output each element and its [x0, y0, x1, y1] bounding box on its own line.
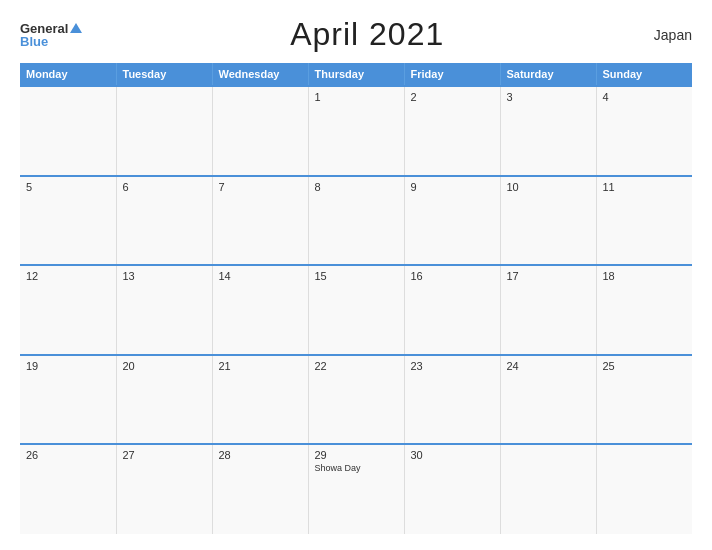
day-number: 23: [411, 360, 494, 372]
day-number: 8: [315, 181, 398, 193]
day-cell: 30: [404, 444, 500, 534]
table-row: 567891011: [20, 176, 692, 266]
col-tuesday: Tuesday: [116, 63, 212, 86]
day-cell: 29Showa Day: [308, 444, 404, 534]
table-row: 12131415161718: [20, 265, 692, 355]
day-cell: 11: [596, 176, 692, 266]
day-number: 12: [26, 270, 110, 282]
logo: General Blue: [20, 22, 82, 48]
day-cell: 18: [596, 265, 692, 355]
day-cell: [212, 86, 308, 176]
day-cell: 23: [404, 355, 500, 445]
day-cell: 24: [500, 355, 596, 445]
day-cell: 25: [596, 355, 692, 445]
day-cell: 21: [212, 355, 308, 445]
day-cell: 27: [116, 444, 212, 534]
day-number: 14: [219, 270, 302, 282]
day-number: 7: [219, 181, 302, 193]
col-friday: Friday: [404, 63, 500, 86]
day-cell: 13: [116, 265, 212, 355]
day-number: 2: [411, 91, 494, 103]
day-number: 6: [123, 181, 206, 193]
day-number: 10: [507, 181, 590, 193]
day-number: 9: [411, 181, 494, 193]
day-cell: 19: [20, 355, 116, 445]
day-cell: 8: [308, 176, 404, 266]
day-cell: 14: [212, 265, 308, 355]
day-cell: 7: [212, 176, 308, 266]
day-number: 29: [315, 449, 398, 461]
calendar-table: Monday Tuesday Wednesday Thursday Friday…: [20, 63, 692, 534]
day-number: 22: [315, 360, 398, 372]
day-number: 18: [603, 270, 687, 282]
day-number: 28: [219, 449, 302, 461]
day-number: 25: [603, 360, 687, 372]
calendar-header-row: Monday Tuesday Wednesday Thursday Friday…: [20, 63, 692, 86]
day-number: 15: [315, 270, 398, 282]
table-row: 1234: [20, 86, 692, 176]
day-number: 20: [123, 360, 206, 372]
col-saturday: Saturday: [500, 63, 596, 86]
day-number: 19: [26, 360, 110, 372]
day-cell: [20, 86, 116, 176]
header: General Blue April 2021 Japan: [20, 16, 692, 53]
country-label: Japan: [652, 27, 692, 43]
day-number: 11: [603, 181, 687, 193]
day-cell: 12: [20, 265, 116, 355]
day-cell: 6: [116, 176, 212, 266]
logo-general-text: General: [20, 22, 82, 35]
day-cell: [500, 444, 596, 534]
day-number: 1: [315, 91, 398, 103]
day-cell: 26: [20, 444, 116, 534]
col-monday: Monday: [20, 63, 116, 86]
day-number: 30: [411, 449, 494, 461]
day-cell: 10: [500, 176, 596, 266]
month-title: April 2021: [290, 16, 444, 53]
day-cell: 9: [404, 176, 500, 266]
day-cell: 16: [404, 265, 500, 355]
day-cell: 28: [212, 444, 308, 534]
day-number: 27: [123, 449, 206, 461]
logo-triangle-icon: [70, 23, 82, 33]
day-cell: 17: [500, 265, 596, 355]
day-cell: 5: [20, 176, 116, 266]
day-cell: [116, 86, 212, 176]
day-number: 21: [219, 360, 302, 372]
day-event: Showa Day: [315, 463, 398, 473]
day-cell: 2: [404, 86, 500, 176]
logo-blue-text: Blue: [20, 35, 48, 48]
day-cell: 20: [116, 355, 212, 445]
day-number: 4: [603, 91, 687, 103]
day-cell: 3: [500, 86, 596, 176]
day-number: 3: [507, 91, 590, 103]
day-number: 17: [507, 270, 590, 282]
day-number: 5: [26, 181, 110, 193]
table-row: 26272829Showa Day30: [20, 444, 692, 534]
col-wednesday: Wednesday: [212, 63, 308, 86]
day-number: 13: [123, 270, 206, 282]
table-row: 19202122232425: [20, 355, 692, 445]
day-cell: [596, 444, 692, 534]
day-number: 24: [507, 360, 590, 372]
day-cell: 4: [596, 86, 692, 176]
calendar-page: General Blue April 2021 Japan Monday Tue…: [0, 0, 712, 550]
day-number: 16: [411, 270, 494, 282]
day-cell: 22: [308, 355, 404, 445]
day-cell: 15: [308, 265, 404, 355]
col-sunday: Sunday: [596, 63, 692, 86]
col-thursday: Thursday: [308, 63, 404, 86]
day-cell: 1: [308, 86, 404, 176]
day-number: 26: [26, 449, 110, 461]
